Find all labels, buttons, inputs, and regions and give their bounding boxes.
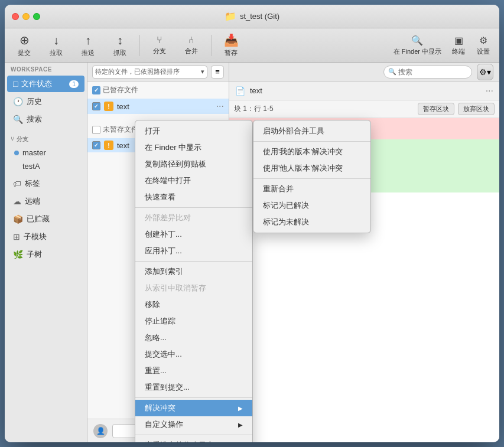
cm-custom-label: 自定义操作 (145, 419, 183, 430)
commit-button[interactable]: ⊕ 提交 (9, 31, 39, 60)
sm-mark-resolved[interactable]: 标记为已解决 (253, 197, 370, 214)
commit-label: 提交 (18, 48, 31, 57)
sm-mark-unresolved[interactable]: 标记为未解决 (253, 214, 370, 230)
unstaged-checkbox[interactable] (92, 126, 100, 134)
stash-button[interactable]: 📥 暂存 (216, 31, 246, 60)
unstaged-file-warning-icon: ! (104, 141, 113, 150)
sidebar: WORKSPACE □ 文件状态 1 🕐 历史 🔍 搜索 ⑂ 分支 master (5, 63, 87, 442)
search-icon-small: 🔍 (388, 68, 396, 76)
sm-remerge[interactable]: 重新合并 (253, 181, 370, 197)
sidebar-branch-testA[interactable]: testA (5, 159, 87, 173)
search-container: 🔍 (383, 66, 472, 79)
remotes-icon: ☁ (13, 197, 21, 206)
sm-use-mine[interactable]: 使用'我的版本'解决冲突 (253, 143, 370, 160)
cm-open[interactable]: 打开 (135, 123, 252, 139)
sort-dropdown-arrow: ▾ (201, 68, 204, 76)
sidebar-item-history[interactable]: 🕐 历史 (7, 93, 84, 110)
cm-commit-selected[interactable]: 提交选中... (135, 346, 252, 363)
push-label: 推送 (82, 48, 95, 57)
cm-resolve-conflict[interactable]: 解决冲突 ▶ (135, 400, 252, 416)
cm-remove[interactable]: 移除 (135, 296, 252, 313)
pull-button[interactable]: ↓ 拉取 (41, 31, 71, 60)
cm-create-patch[interactable]: 创建补丁... (135, 226, 252, 243)
finder-button[interactable]: 🔍 在 Finder 中显示 (390, 32, 445, 58)
sort-label: 待定的文件，已依照路径排序 (95, 67, 180, 76)
file-checkbox-unstaged[interactable]: ✓ (92, 141, 100, 149)
master-label: master (22, 148, 46, 157)
cm-sep-4 (135, 435, 252, 435)
file-status-icon: □ (13, 79, 18, 89)
sidebar-item-search[interactable]: 🔍 搜索 (7, 111, 84, 128)
cm-reset[interactable]: 重置... (135, 363, 252, 379)
titlebar: 📁 st_test (Git) (5, 5, 499, 28)
main-window: 📁 st_test (Git) ⊕ 提交 ↓ 拉取 ↑ 推送 ↕ 抓取 ⑂ 分支… (5, 5, 499, 442)
subtree-label: 子树 (27, 249, 42, 260)
sidebar-item-subtree[interactable]: 🌿 子树 (7, 246, 84, 263)
sort-select[interactable]: 待定的文件，已依照路径排序 ▾ (92, 66, 207, 79)
cm-open-in-terminal[interactable]: 在终端中打开 (135, 172, 252, 189)
sm-use-theirs[interactable]: 使用'他人版本'解决冲突 (253, 160, 370, 177)
branch-button[interactable]: ⑂ 分支 (145, 32, 174, 58)
branches-icon: ⑂ (11, 136, 17, 142)
folder-icon: 📁 (225, 11, 236, 22)
sidebar-branch-master[interactable]: master (5, 146, 87, 159)
fetch-button[interactable]: ↕ 抓取 (105, 31, 135, 60)
cm-copy-path[interactable]: 复制路径到剪贴板 (135, 156, 252, 172)
finder-label: 在 Finder 中显示 (394, 47, 441, 56)
sidebar-item-submodules[interactable]: ⊞ 子模块 (7, 229, 84, 245)
check-mark-icon: ✓ (94, 103, 99, 109)
close-button[interactable] (12, 13, 19, 20)
history-label: 历史 (27, 96, 42, 107)
cm-stop-tracking[interactable]: 停止追踪 (135, 313, 252, 329)
sidebar-item-stashes[interactable]: 📦 已贮藏 (7, 211, 84, 227)
sidebar-item-remotes[interactable]: ☁ 远端 (7, 193, 84, 210)
stash-chunk-button[interactable]: 暂存区块 (418, 103, 454, 115)
push-button[interactable]: ↑ 推送 (73, 31, 103, 60)
cm-ignore[interactable]: 忽略... (135, 329, 252, 346)
staged-section-label: 已暂存文件 (103, 85, 138, 95)
diff-search-input[interactable] (383, 66, 472, 79)
cm-show-in-finder[interactable]: 在 Finder 中显示 (135, 139, 252, 156)
discard-chunk-button[interactable]: 放弃区块 (458, 103, 495, 115)
diff-more-button[interactable]: ··· (486, 86, 493, 96)
file-checkbox-staged[interactable]: ✓ (92, 102, 100, 110)
unstaged-check-icon: ✓ (94, 142, 99, 148)
cm-custom-action[interactable]: 自定义操作 ▶ (135, 416, 252, 433)
diff-settings-gear[interactable]: ⚙▾ (477, 64, 493, 80)
cm-quick-look[interactable]: 快速查看 (135, 189, 252, 205)
toolbar: ⊕ 提交 ↓ 拉取 ↑ 推送 ↕ 抓取 ⑂ 分支 ⑃ 合并 📥 暂存 (5, 28, 499, 63)
stashes-icon: 📦 (13, 214, 23, 224)
minimize-button[interactable] (22, 13, 30, 20)
workspace-header: WORKSPACE (5, 63, 87, 75)
stash-label: 暂存 (225, 48, 238, 57)
list-view-button[interactable]: ≡ (211, 66, 224, 79)
branches-label: 分支 (17, 136, 29, 142)
cm-reset-to-commit[interactable]: 重置到提交... (135, 379, 252, 396)
sm-launch-external[interactable]: 启动外部合并工具 (253, 123, 370, 139)
toolbar-separator-2 (211, 35, 212, 56)
sidebar-item-file-status[interactable]: □ 文件状态 1 (7, 76, 84, 92)
merge-label: 合并 (185, 47, 198, 56)
sidebar-item-tags[interactable]: 🏷 标签 (7, 175, 84, 192)
staged-file-more-button[interactable]: ··· (216, 101, 224, 112)
cm-sep-1 (135, 207, 252, 208)
terminal-button[interactable]: ▣ 终端 (447, 32, 470, 58)
branches-section: ⑂ 分支 (5, 132, 87, 146)
toolbar-separator-1 (139, 35, 140, 56)
window-title: st_test (Git) (240, 12, 279, 21)
cm-view-log[interactable]: 查看选中的修改日志... (135, 437, 252, 442)
cm-add-to-index[interactable]: 添加到索引 (135, 263, 252, 280)
staged-file-text[interactable]: ✓ ! text ··· (87, 99, 229, 114)
diff-chunk-header: 块 1：行 1-5 暂存区块 放弃区块 (229, 100, 499, 118)
merge-button[interactable]: ⑃ 合并 (177, 32, 206, 58)
branch-empty-dot (14, 164, 19, 169)
cm-apply-patch[interactable]: 应用补丁... (135, 243, 252, 259)
commit-avatar: 👤 (93, 424, 108, 438)
cm-sep-2 (135, 261, 252, 262)
staged-checkbox[interactable]: ✓ (92, 86, 100, 94)
unstaged-section-label: 未暂存文件 (103, 125, 138, 135)
maximize-button[interactable] (33, 13, 40, 20)
diff-file-icon: 📄 (235, 86, 245, 96)
settings-button[interactable]: ⚙ 设置 (472, 32, 495, 58)
file-status-badge: 1 (69, 80, 79, 88)
